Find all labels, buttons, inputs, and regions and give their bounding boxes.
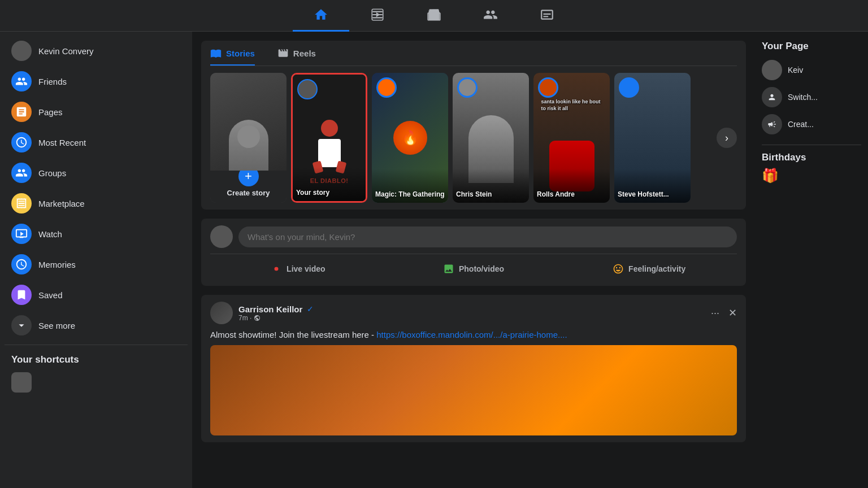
groups-label: Groups (38, 168, 66, 178)
switch-icon-bg (762, 87, 782, 107)
create-button[interactable]: Creat... (762, 111, 861, 138)
stories-tab-label: Stories (226, 49, 255, 58)
post-card-garrison: Garrison Keillor ✓ 7m · ··· (201, 295, 746, 442)
post-actions: Live video Photo/video Feeling/activity (210, 254, 737, 279)
your-story-avatar (297, 79, 318, 99)
stories-row: + Create story (210, 73, 737, 203)
your-story-card[interactable]: EL DIABLO! Your story (291, 73, 367, 203)
sidebar-item-saved[interactable]: Saved (5, 280, 188, 310)
nav-icons-container (293, 0, 575, 32)
photo-video-button[interactable]: Photo/video (386, 259, 562, 279)
post-input[interactable] (238, 226, 737, 247)
tab-stories[interactable]: Stories (210, 47, 255, 66)
sidebar-item-watch[interactable]: Watch (5, 219, 188, 249)
story-steve-name: Steve Hofstett... (618, 190, 687, 198)
feeling-activity-label: Feeling/activity (628, 264, 685, 273)
sidebar-divider (5, 345, 188, 345)
live-icon (271, 263, 282, 274)
post-more-button[interactable]: ··· (706, 305, 724, 321)
create-icon-bg (762, 114, 782, 134)
story-card-mtg[interactable]: 🔥 Magic: The Gathering (372, 73, 448, 203)
live-video-label: Live video (287, 264, 325, 273)
sidebar-item-mostrecent[interactable]: Most Recent (5, 128, 188, 157)
post-close-button[interactable]: ✕ (728, 307, 737, 319)
verified-badge: ✓ (307, 304, 314, 313)
stories-next-button[interactable]: › (717, 128, 737, 148)
post-link[interactable]: https://boxoffice.mandolin.com/.../a-pra… (376, 330, 567, 339)
friends-icon (15, 75, 28, 88)
mostrecent-label: Most Recent (38, 138, 86, 147)
user-avatar (11, 41, 32, 61)
marketplace-label: Marketplace (38, 199, 85, 208)
sidebar-shortcut-item[interactable] (5, 368, 188, 397)
top-navigation (0, 0, 868, 32)
reels-tab-label: Reels (293, 49, 316, 58)
sidebar-item-pages[interactable]: Pages (5, 97, 188, 127)
right-sidebar: Your Page Keiv Switch... Creat... Birthd… (755, 32, 868, 488)
nav-news-button[interactable] (519, 0, 575, 32)
pages-icon-bg (11, 102, 32, 122)
nav-marketplace-button[interactable] (406, 0, 462, 32)
shortcut-avatar (11, 372, 32, 393)
photo-icon (443, 263, 454, 274)
feed: Stories Reels (192, 32, 755, 488)
sidebar-item-marketplace[interactable]: Marketplace (5, 189, 188, 218)
nav-watch-button[interactable] (349, 0, 406, 32)
sidebar-item-groups[interactable]: Groups (5, 158, 188, 188)
pages-icon (15, 106, 28, 118)
friends-label: Friends (38, 77, 67, 86)
story-rolls-name: Rolls Andre (537, 190, 606, 198)
stories-card: Stories Reels (201, 41, 746, 210)
nav-groups-button[interactable] (462, 0, 519, 32)
seemore-label: See more (38, 321, 75, 330)
right-page-name: Keiv (788, 66, 803, 75)
post-user-info: Garrison Keillor ✓ 7m · (210, 302, 314, 324)
story-mtg-name: Magic: The Gathering (375, 190, 445, 198)
marketplace-icon (427, 7, 441, 22)
right-page-user[interactable]: Keiv (762, 56, 861, 84)
svg-point-4 (275, 267, 279, 271)
watch-icon-sidebar (15, 228, 28, 240)
your-story-label: Your story (296, 189, 362, 197)
svg-marker-1 (376, 12, 380, 18)
create-story-card[interactable]: + Create story (210, 73, 287, 203)
main-layout: Kevin Convery Friends Pages (0, 32, 868, 488)
mostrecent-icon (15, 136, 28, 149)
home-icon (314, 7, 328, 22)
stories-tab-icon (210, 47, 222, 59)
post-header-actions: ··· ✕ (706, 305, 737, 321)
switch-icon (767, 93, 776, 102)
post-text-content: Almost showtime! Join the livestream her… (210, 330, 376, 339)
watch-icon (370, 7, 385, 22)
live-video-button[interactable]: Live video (210, 259, 386, 279)
watch-icon-bg (11, 224, 32, 244)
watch-label: Watch (38, 229, 62, 239)
create-label: Creat... (788, 120, 814, 129)
megaphone-icon (767, 120, 776, 129)
story-chris-avatar (457, 77, 478, 98)
sidebar-user[interactable]: Kevin Convery (5, 36, 188, 66)
seemore-icon-bg (11, 315, 32, 336)
post-user-meta: Garrison Keillor ✓ 7m · (238, 304, 314, 322)
tab-reels[interactable]: Reels (277, 47, 316, 66)
user-name: Kevin Convery (38, 46, 94, 56)
saved-icon-bg (11, 285, 32, 305)
saved-icon (15, 289, 28, 301)
story-card-chris[interactable]: Chris Stein (453, 73, 529, 203)
story-card-rolls[interactable]: santa lookin like he bout to risk it all… (533, 73, 610, 203)
sidebar-item-friends[interactable]: Friends (5, 67, 188, 96)
switch-button[interactable]: Switch... (762, 84, 861, 111)
friends-icon-bg (11, 71, 32, 91)
feeling-icon (613, 263, 624, 274)
feeling-activity-button[interactable]: Feeling/activity (561, 259, 737, 279)
reels-tab-icon (277, 47, 289, 59)
memories-label: Memories (38, 260, 76, 269)
post-meta: 7m · (238, 314, 314, 322)
nav-home-button[interactable] (293, 0, 349, 32)
pages-label: Pages (38, 107, 63, 117)
story-card-steve[interactable]: Steve Hofstett... (614, 73, 691, 203)
story-character (318, 120, 341, 167)
sidebar-item-seemore[interactable]: See more (5, 311, 188, 340)
sidebar-item-memories[interactable]: Memories (5, 250, 188, 279)
story-mtg-avatar (376, 77, 397, 98)
